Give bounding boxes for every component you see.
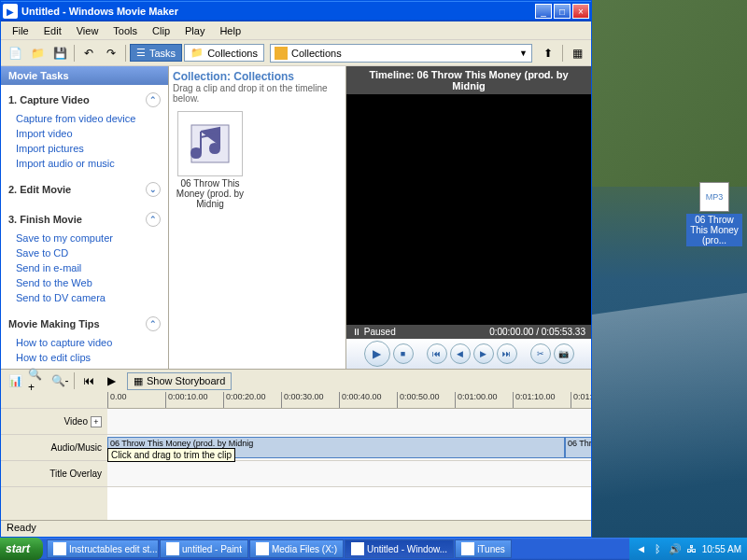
mp3-icon: MP3 — [699, 182, 729, 212]
menu-clip[interactable]: Clip — [145, 23, 177, 38]
menu-file[interactable]: File — [5, 23, 36, 38]
link-save-cd[interactable]: Save to CD — [1, 245, 168, 260]
zoom-out-button[interactable]: 🔍- — [49, 371, 70, 391]
tray-icon-1[interactable]: ◄ — [635, 542, 648, 555]
app-icon: ▶ — [3, 4, 18, 19]
taskbar-task-mediafiles[interactable]: Media Files (X:) — [249, 539, 344, 558]
menu-edit[interactable]: Edit — [36, 23, 69, 38]
taskbar-task-paint[interactable]: untitled - Paint — [160, 539, 248, 558]
bluetooth-icon[interactable]: ᛒ — [652, 542, 665, 555]
close-button[interactable]: × — [572, 4, 589, 19]
timeline-toolbar: 📊 🔍+ 🔍- ⏮ ▶ ▦ Show Storyboard — [1, 370, 591, 392]
timeline-area: 📊 🔍+ 🔍- ⏮ ▶ ▦ Show Storyboard Video+ Aud… — [1, 369, 591, 520]
link-import-pictures[interactable]: Import pictures — [1, 141, 168, 156]
chevron-up-icon: ⌃ — [146, 316, 161, 331]
tasks-icon: ☰ — [136, 47, 146, 59]
link-capture-device[interactable]: Capture from video device — [1, 111, 168, 126]
overlay-track[interactable] — [107, 461, 591, 487]
menu-view[interactable]: View — [69, 23, 106, 38]
section-capture-video[interactable]: 1. Capture Video ⌃ — [1, 89, 168, 111]
video-track[interactable] — [107, 409, 591, 435]
next-frame-button[interactable]: ▶ — [473, 343, 494, 364]
taskbar-task-itunes[interactable]: iTunes — [455, 539, 512, 558]
expand-video-button[interactable]: + — [91, 416, 102, 427]
audio-clip-2[interactable]: 06 Throw This Money (prod. by Mid — [565, 437, 591, 458]
section-edit-movie[interactable]: 2. Edit Movie ⌄ — [1, 178, 168, 201]
preview-title: Timeline: 06 Throw This Money (prod. by … — [346, 66, 591, 94]
collection-folder-icon — [275, 47, 288, 60]
preview-video-area[interactable] — [346, 94, 591, 325]
desktop-file-icon[interactable]: MP3 06 Throw This Money (pro... — [686, 182, 742, 246]
zoom-in-button[interactable]: 🔍+ — [27, 371, 48, 391]
view-thumbnails-button[interactable]: ▦ — [567, 43, 587, 63]
movie-maker-window: ▶ Untitled - Windows Movie Maker _ □ × F… — [0, 0, 592, 538]
play-timeline-button[interactable]: ▶ — [101, 371, 121, 391]
chevron-up-icon: ⌃ — [146, 212, 161, 227]
collections-button[interactable]: 📁 Collections — [184, 44, 264, 62]
system-tray[interactable]: ◄ ᛒ 🔊 🖧 10:55 AM — [629, 538, 747, 560]
wmm-icon — [351, 542, 364, 555]
link-send-email[interactable]: Send in e-mail — [1, 260, 168, 275]
taskbar-task-moviemaker[interactable]: Untitled - Window... — [345, 539, 454, 558]
rewind-timeline-button[interactable]: ⏮ — [78, 371, 99, 391]
section-finish-movie[interactable]: 3. Finish Movie ⌃ — [1, 208, 168, 231]
timeline-tracks-area[interactable]: 0.00 0:00:10.00 0:00:20.00 0:00:30.00 0:… — [107, 392, 591, 520]
video-track-label: Video+ — [1, 409, 107, 435]
split-button[interactable]: ✂ — [530, 343, 551, 364]
redo-button[interactable]: ↷ — [101, 43, 121, 63]
collection-title: Collection: Collections — [173, 70, 342, 83]
new-project-button[interactable]: 📄 — [5, 43, 25, 63]
prev-frame-button[interactable]: ◀ — [450, 343, 471, 364]
window-title: Untitled - Windows Movie Maker — [21, 6, 535, 17]
link-import-video[interactable]: Import video — [1, 126, 168, 141]
preview-time: 0:00:00.00 / 0:05:53.33 — [489, 327, 585, 337]
menu-play[interactable]: Play — [177, 23, 212, 38]
timeline-ruler[interactable]: 0.00 0:00:10.00 0:00:20.00 0:00:30.00 0:… — [107, 392, 591, 409]
audio-track[interactable]: 06 Throw This Money (prod. by Midnig 06 … — [107, 435, 591, 461]
folder-icon: 📁 — [190, 47, 204, 59]
play-button[interactable]: ▶ — [364, 341, 390, 367]
network-icon[interactable]: 🖧 — [685, 542, 698, 555]
preview-controls: ▶ ■ ⏮ ◀ ▶ ⏭ ✂ 📷 — [346, 339, 591, 369]
taskbar: start Instructables edit st... untitled … — [0, 538, 747, 560]
save-button[interactable]: 💾 — [49, 43, 70, 63]
itunes-icon — [461, 542, 474, 555]
link-save-computer[interactable]: Save to my computer — [1, 231, 168, 245]
link-send-dv[interactable]: Send to DV camera — [1, 290, 168, 305]
volume-icon[interactable]: 🔊 — [669, 542, 682, 555]
trim-tooltip: Click and drag to trim the clip — [107, 448, 235, 462]
up-level-button[interactable]: ⬆ — [538, 43, 558, 63]
open-button[interactable]: 📁 — [27, 43, 48, 63]
link-import-audio[interactable]: Import audio or music — [1, 156, 168, 171]
maximize-button[interactable]: □ — [554, 4, 571, 19]
stop-button[interactable]: ■ — [393, 343, 414, 364]
link-how-edit[interactable]: How to edit clips — [1, 350, 168, 365]
audio-track-label: Audio/Music — [1, 435, 107, 461]
rewind-button[interactable]: ⏮ — [427, 343, 447, 364]
undo-button[interactable]: ↶ — [78, 43, 99, 63]
show-storyboard-button[interactable]: ▦ Show Storyboard — [127, 372, 232, 390]
link-send-web[interactable]: Send to the Web — [1, 275, 168, 290]
timeline-level-button[interactable]: 📊 — [5, 371, 25, 391]
overlay-track-label: Title Overlay — [1, 461, 107, 487]
forward-button[interactable]: ⏭ — [497, 343, 517, 364]
section-tips[interactable]: Movie Making Tips ⌃ — [1, 313, 168, 335]
collection-pane: Collection: Collections Drag a clip and … — [169, 66, 346, 369]
start-button[interactable]: start — [0, 538, 43, 560]
clock[interactable]: 10:55 AM — [702, 544, 741, 554]
minimize-button[interactable]: _ — [535, 4, 552, 19]
preview-pane: Timeline: 06 Throw This Money (prod. by … — [346, 66, 591, 369]
toolbar: 📄 📁 💾 ↶ ↷ ☰ Tasks 📁 Collections Collecti… — [1, 40, 591, 66]
chevron-down-icon: ▼ — [519, 49, 528, 58]
collection-dropdown[interactable]: Collections ▼ — [270, 44, 532, 63]
taskbar-task-instructables[interactable]: Instructables edit st... — [47, 539, 159, 558]
tasks-button[interactable]: ☰ Tasks — [130, 44, 182, 62]
audio-clip-item[interactable]: 06 Throw This Money (prod. by Midnig — [173, 111, 247, 209]
menu-help[interactable]: Help — [212, 23, 248, 38]
folder-icon — [256, 542, 269, 555]
titlebar[interactable]: ▶ Untitled - Windows Movie Maker _ □ × — [1, 1, 591, 21]
snapshot-button[interactable]: 📷 — [554, 343, 574, 364]
menu-tools[interactable]: Tools — [106, 23, 145, 38]
firefox-icon — [53, 542, 66, 555]
link-how-capture[interactable]: How to capture video — [1, 335, 168, 350]
